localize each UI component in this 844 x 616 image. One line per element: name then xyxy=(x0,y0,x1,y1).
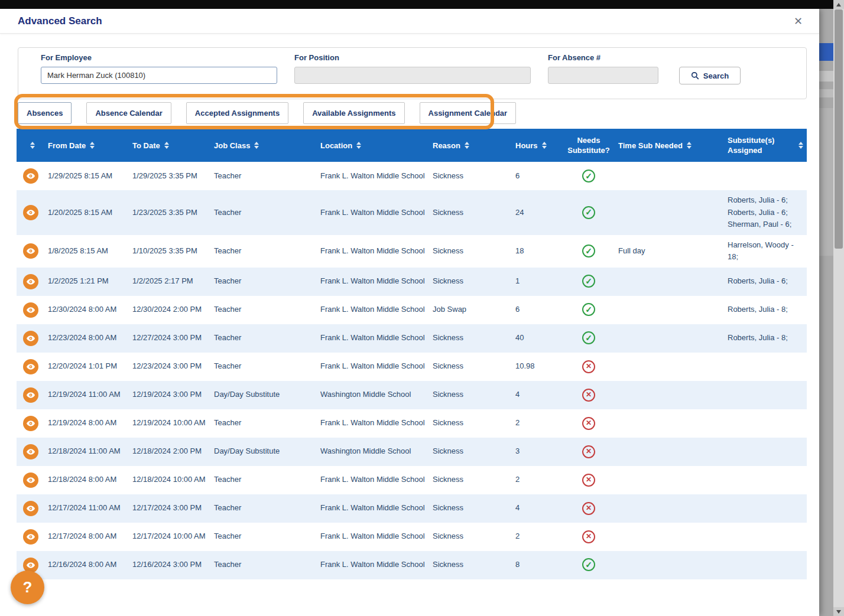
time-sub-needed-cell xyxy=(615,494,724,523)
view-absence-button[interactable] xyxy=(23,274,38,289)
needs-substitute-no-icon: ✕ xyxy=(582,502,595,515)
tab-absences[interactable]: Absences xyxy=(18,102,72,124)
job-class-cell: Teacher xyxy=(210,551,317,579)
to-date-cell: 12/19/2024 10:00 AM xyxy=(129,409,210,438)
tab-absence-calendar[interactable]: Absence Calendar xyxy=(86,102,171,124)
vertical-scrollbar[interactable] xyxy=(833,0,844,616)
needs-substitute-cell: ✕ xyxy=(563,409,615,438)
tab-available-assignments[interactable]: Available Assignments xyxy=(303,102,404,124)
job-class-cell: Teacher xyxy=(210,268,317,296)
eye-icon xyxy=(26,447,35,457)
to-date-cell: 12/17/2024 3:00 PM xyxy=(129,494,210,523)
view-cell xyxy=(17,523,44,551)
to-date-cell: 12/18/2024 2:00 PM xyxy=(129,438,210,466)
hours-cell: 3 xyxy=(512,438,563,466)
job-class-cell: Teacher xyxy=(210,324,317,353)
from-date-cell: 12/18/2024 8:00 AM xyxy=(44,466,129,494)
help-button[interactable]: ? xyxy=(11,571,44,604)
reason-cell: Job Swap xyxy=(429,296,512,324)
view-absence-button[interactable] xyxy=(23,243,38,259)
eye-icon xyxy=(26,560,35,570)
location-cell: Frank L. Walton Middle School xyxy=(317,268,429,296)
tab-accepted-assignments[interactable]: Accepted Assignments xyxy=(186,102,288,124)
sort-arrows-icon xyxy=(542,142,547,149)
time-sub-needed-cell xyxy=(615,268,724,296)
header-needs-substitute: Needs Substitute? xyxy=(563,129,615,162)
header-view-column[interactable] xyxy=(17,129,44,162)
needs-substitute-no-icon: ✕ xyxy=(582,417,595,430)
modal-title: Advanced Search xyxy=(18,15,102,27)
header-location[interactable]: Location xyxy=(317,129,429,162)
position-input[interactable] xyxy=(294,67,531,84)
substitutes-assigned-cell xyxy=(724,551,807,579)
sort-arrows-icon xyxy=(164,142,169,149)
absence-number-input[interactable] xyxy=(548,67,658,84)
reason-cell: Sickness xyxy=(429,466,512,494)
from-date-cell: 1/20/2025 8:15 AM xyxy=(44,190,129,235)
background-page-edge xyxy=(819,9,833,616)
view-absence-button[interactable] xyxy=(23,168,38,184)
header-hours[interactable]: Hours xyxy=(512,129,563,162)
to-date-cell: 12/27/2024 3:00 PM xyxy=(129,324,210,353)
substitutes-assigned-cell: Roberts, Julia - 6; Roberts, Julia - 6; … xyxy=(724,190,807,235)
needs-substitute-cell: ✓ xyxy=(563,551,615,579)
header-from-date[interactable]: From Date xyxy=(44,129,129,162)
modal-header: Advanced Search ✕ xyxy=(0,9,819,34)
eye-icon xyxy=(26,305,35,315)
job-class-cell: Teacher xyxy=(210,494,317,523)
view-absence-button[interactable] xyxy=(23,302,38,318)
scrollbar-down-arrow-icon[interactable] xyxy=(833,607,844,616)
sort-arrows-icon xyxy=(254,142,259,149)
substitutes-assigned-cell xyxy=(724,409,807,438)
table-row: 12/18/2024 11:00 AM 12/18/2024 2:00 PM D… xyxy=(17,438,807,466)
view-absence-button[interactable] xyxy=(23,359,38,374)
location-cell: Frank L. Walton Middle School xyxy=(317,353,429,381)
needs-substitute-yes-icon: ✓ xyxy=(582,170,595,182)
tab-assignment-calendar[interactable]: Assignment Calendar xyxy=(420,102,517,124)
job-class-cell: Teacher xyxy=(210,162,317,190)
reason-cell: Sickness xyxy=(429,381,512,409)
location-cell: Frank L. Walton Middle School xyxy=(317,235,429,268)
view-absence-button[interactable] xyxy=(23,331,38,346)
needs-substitute-cell: ✓ xyxy=(563,235,615,268)
to-date-cell: 1/2/2025 2:17 PM xyxy=(129,268,210,296)
view-absence-button[interactable] xyxy=(23,387,38,403)
reason-cell: Sickness xyxy=(429,494,512,523)
search-panel: For Employee For Position For Absence # … xyxy=(18,47,807,99)
view-absence-button[interactable] xyxy=(23,501,38,516)
view-cell xyxy=(17,409,44,438)
view-absence-button[interactable] xyxy=(23,416,38,431)
scrollbar-thumb[interactable] xyxy=(835,9,843,249)
needs-substitute-cell: ✕ xyxy=(563,523,615,551)
close-icon[interactable]: ✕ xyxy=(791,14,805,29)
view-absence-button[interactable] xyxy=(23,205,38,220)
to-date-cell: 12/23/2024 3:00 PM xyxy=(129,353,210,381)
location-cell: Frank L. Walton Middle School xyxy=(317,162,429,190)
eye-icon xyxy=(26,390,35,400)
sort-arrows-icon xyxy=(687,142,692,149)
needs-substitute-cell: ✓ xyxy=(563,324,615,353)
view-absence-button[interactable] xyxy=(23,444,38,459)
time-sub-needed-cell xyxy=(615,190,724,235)
substitutes-assigned-cell: Harrelson, Woody - 18; xyxy=(724,235,807,268)
eye-icon xyxy=(26,475,35,485)
hours-cell: 2 xyxy=(512,409,563,438)
view-cell xyxy=(17,162,44,190)
job-class-cell: Teacher xyxy=(210,353,317,381)
header-job-class[interactable]: Job Class xyxy=(210,129,317,162)
view-absence-button[interactable] xyxy=(23,472,38,488)
location-cell: Washington Middle School xyxy=(317,438,429,466)
header-reason[interactable]: Reason xyxy=(429,129,512,162)
scrollbar-up-arrow-icon[interactable] xyxy=(833,0,844,9)
substitutes-assigned-cell xyxy=(724,494,807,523)
employee-input[interactable] xyxy=(41,67,277,84)
hours-cell: 6 xyxy=(512,162,563,190)
header-substitutes-assigned[interactable]: Substitute(s) Assigned xyxy=(724,129,807,162)
view-cell xyxy=(17,324,44,353)
view-absence-button[interactable] xyxy=(23,529,38,545)
header-to-date[interactable]: To Date xyxy=(129,129,210,162)
eye-icon xyxy=(26,419,35,428)
header-time-sub-needed[interactable]: Time Sub Needed xyxy=(615,129,724,162)
search-button[interactable]: Search xyxy=(679,67,741,84)
from-date-cell: 1/29/2025 8:15 AM xyxy=(44,162,129,190)
